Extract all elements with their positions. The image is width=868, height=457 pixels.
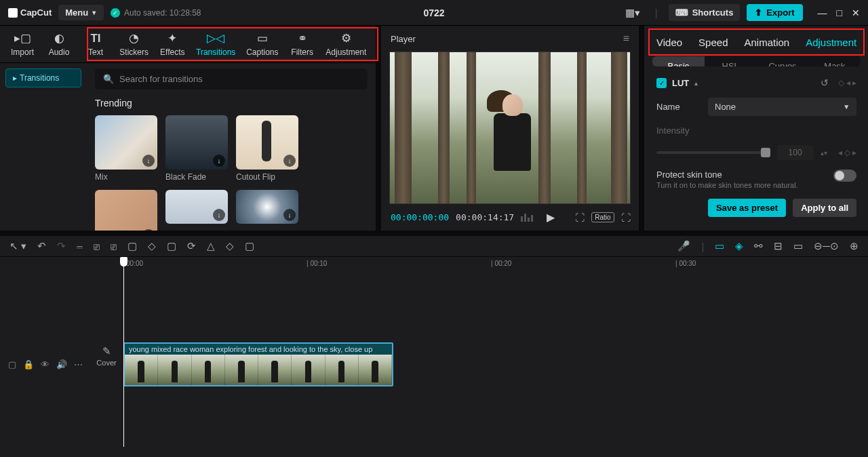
sidebar-transitions-tab[interactable]: ▸ Transitions	[5, 68, 81, 87]
marker-tool[interactable]: ◇	[148, 240, 156, 252]
text-button[interactable]: TI Text	[77, 26, 114, 62]
transitions-button[interactable]: ▷◁ Transitions	[191, 26, 241, 62]
captions-label: Captions	[246, 47, 278, 57]
trim-left-tool[interactable]: ⎚	[94, 241, 100, 252]
audio-button[interactable]: ◐ Audio	[41, 26, 77, 62]
player-viewport[interactable]	[389, 52, 631, 204]
subtab-mask[interactable]: Mask	[808, 56, 861, 66]
rotate-tool[interactable]: ◇	[226, 240, 234, 252]
protect-skin-toggle[interactable]	[833, 170, 856, 182]
player-menu-icon[interactable]: ≡	[623, 33, 629, 45]
transition-mix[interactable]: ↓ Mix	[95, 115, 157, 182]
transition-cutout-flip[interactable]: ↓ Cutout Flip	[236, 115, 298, 182]
slider-thumb[interactable]	[761, 148, 770, 157]
close-button[interactable]: ✕	[852, 7, 860, 18]
mute-icon[interactable]: 🔊	[56, 359, 67, 370]
timeline-ruler[interactable]: 00:00 | 00:10 | 00:20 | 00:30	[90, 257, 868, 272]
subtab-basic[interactable]: Basic	[652, 56, 705, 66]
bookmark-tool[interactable]: ▢	[167, 240, 176, 252]
stickers-button[interactable]: ◔ Stickers	[114, 26, 154, 62]
cover-label: Cover	[96, 359, 116, 367]
name-label: Name	[656, 102, 697, 112]
visibility-icon[interactable]: 👁	[41, 359, 50, 370]
video-clip[interactable]: young mixed race woman exploring forest …	[123, 342, 393, 386]
filters-button[interactable]: ⚭ Filters	[284, 26, 321, 62]
preview-tool[interactable]: ▭	[793, 240, 803, 252]
lut-select[interactable]: None ▼	[708, 98, 856, 116]
magnet-tool[interactable]: ▭	[715, 240, 724, 252]
align-tool[interactable]: ⊟	[774, 240, 783, 252]
download-icon[interactable]: ↓	[283, 209, 296, 221]
keyframe-nav[interactable]: ◇ ◂ ▸	[838, 78, 857, 87]
chevron-down-icon: ▼	[91, 9, 97, 16]
import-button[interactable]: ▸▢ Import	[4, 26, 41, 62]
maximize-button[interactable]: □	[837, 7, 842, 18]
save-preset-button[interactable]: Save as preset	[708, 199, 786, 217]
ratio-button[interactable]: Ratio	[591, 212, 614, 222]
tab-video[interactable]: Video	[656, 37, 682, 48]
menu-button[interactable]: Menu ▼	[58, 5, 104, 20]
captions-button[interactable]: ▭ Captions	[241, 26, 284, 62]
shortcuts-button[interactable]: ⌨ Shortcuts	[669, 4, 741, 21]
link-tool[interactable]: ⚯	[754, 240, 763, 252]
divider: |	[651, 4, 662, 21]
reset-icon[interactable]: ↺	[821, 77, 829, 88]
zoom-out[interactable]: ⊖─⊙	[814, 240, 839, 252]
stepper[interactable]: ▴▾	[821, 149, 827, 157]
adjustment-button[interactable]: ⚙ Adjustment	[321, 26, 372, 62]
playhead[interactable]	[123, 257, 124, 447]
export-button[interactable]: ⬆ Export	[747, 4, 802, 21]
subtab-curves[interactable]: Curves	[757, 56, 809, 66]
capture-icon[interactable]: ▢	[8, 359, 16, 370]
subtab-hsl[interactable]: HSL	[705, 56, 757, 66]
effects-button[interactable]: ✦ Effects	[154, 26, 191, 62]
lut-select-value: None	[715, 102, 736, 112]
mic-button[interactable]: 🎤	[677, 240, 690, 252]
export-icon: ⬆	[755, 7, 762, 18]
download-icon[interactable]: ↓	[142, 155, 155, 167]
snap-tool[interactable]: ◈	[735, 240, 743, 252]
download-icon[interactable]: ↓	[213, 209, 225, 221]
zoom-fit[interactable]: ⊕	[850, 240, 859, 252]
ruler-mark: | 00:20	[491, 260, 511, 267]
keyframe-nav[interactable]: ◂ ◇ ▸	[838, 148, 857, 157]
trim-right-tool[interactable]: ⎚	[111, 241, 117, 252]
mirror-tool[interactable]: △	[207, 240, 215, 252]
fullscreen-icon[interactable]: ⛶	[621, 212, 631, 223]
lock-icon[interactable]: 🔒	[23, 359, 34, 370]
tab-animation[interactable]: Animation	[744, 37, 789, 48]
media-toolbar: ▸▢ Import ◐ Audio TI Text ◔ Stickers ✦	[0, 26, 376, 63]
layout-icon[interactable]: ▦▾	[621, 4, 644, 22]
redo-button[interactable]: ↷	[57, 240, 66, 252]
timeline-tracks[interactable]: ✎ Cover young mixed race woman exploring…	[90, 272, 868, 457]
transition-item[interactable]: ↓	[165, 190, 228, 231]
scan-icon[interactable]: ⛶	[575, 212, 585, 223]
intensity-value[interactable]: 100	[777, 145, 814, 160]
download-icon[interactable]: ↓	[142, 229, 155, 231]
search-input[interactable]: 🔍 Search for transitions	[95, 68, 368, 90]
transition-black-fade[interactable]: ↓ Black Fade	[165, 115, 228, 182]
delete-tool[interactable]: ▢	[127, 240, 137, 252]
cover-button[interactable]: ✎ Cover	[94, 345, 119, 367]
apply-all-button[interactable]: Apply to all	[793, 199, 856, 217]
check-icon: ✓	[111, 8, 120, 18]
tab-adjustment[interactable]: Adjustment	[806, 37, 856, 48]
transition-item[interactable]: ↓	[236, 190, 298, 231]
cursor-tool[interactable]: ↖ ▾	[9, 240, 26, 252]
lut-checkbox[interactable]: ✓	[656, 78, 667, 88]
undo-button[interactable]: ↶	[37, 240, 46, 252]
tab-speed[interactable]: Speed	[698, 37, 728, 48]
reverse-tool[interactable]: ⟳	[187, 240, 196, 252]
download-icon[interactable]: ↓	[213, 155, 225, 167]
intensity-slider[interactable]	[656, 151, 770, 154]
thumb-label: Black Fade	[165, 172, 228, 182]
shortcuts-label: Shortcuts	[692, 7, 734, 18]
minimize-button[interactable]: —	[818, 7, 827, 18]
split-tool[interactable]: ⎓	[77, 241, 83, 252]
play-button[interactable]: ▶	[547, 211, 555, 224]
more-icon[interactable]: ⋯	[74, 359, 83, 370]
crop-tool[interactable]: ▢	[245, 240, 254, 252]
chevron-icon[interactable]: ▴	[694, 79, 698, 87]
download-icon[interactable]: ↓	[283, 155, 296, 167]
transition-then-and-now[interactable]: ↓ Then and Now	[95, 190, 157, 231]
